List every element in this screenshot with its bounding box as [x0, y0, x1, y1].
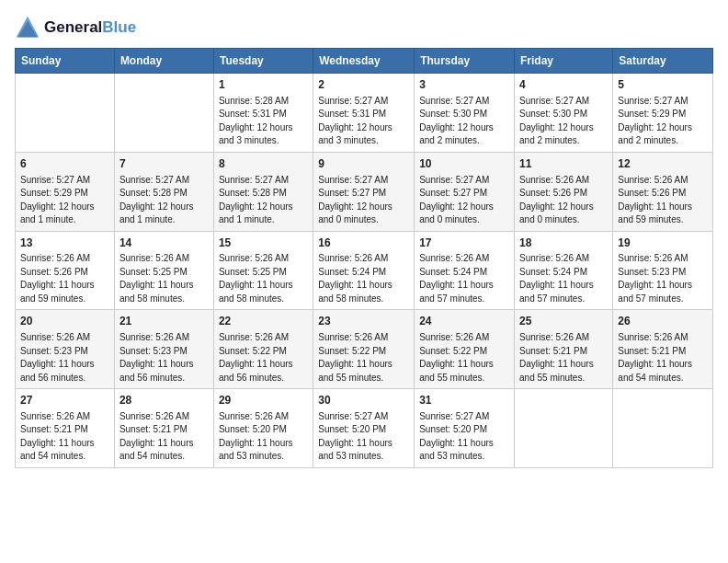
day-cell: 3Sunrise: 5:27 AM Sunset: 5:30 PM Daylig…: [415, 74, 515, 153]
header-wednesday: Wednesday: [313, 49, 415, 74]
day-number: 16: [318, 236, 409, 251]
header-saturday: Saturday: [613, 49, 713, 74]
day-info: Sunrise: 5:26 AM Sunset: 5:20 PM Dayligh…: [219, 410, 308, 464]
day-number: 9: [318, 156, 409, 172]
week-row-5: 27Sunrise: 5:26 AM Sunset: 5:21 PM Dayli…: [16, 389, 713, 468]
day-cell: 2Sunrise: 5:27 AM Sunset: 5:31 PM Daylig…: [313, 74, 415, 153]
day-info: Sunrise: 5:27 AM Sunset: 5:20 PM Dayligh…: [419, 410, 509, 464]
day-cell: 31Sunrise: 5:27 AM Sunset: 5:20 PM Dayli…: [415, 389, 515, 468]
day-cell: 23Sunrise: 5:26 AM Sunset: 5:22 PM Dayli…: [313, 310, 415, 389]
week-row-2: 6Sunrise: 5:27 AM Sunset: 5:29 PM Daylig…: [16, 152, 713, 231]
day-info: Sunrise: 5:27 AM Sunset: 5:30 PM Dayligh…: [519, 95, 608, 148]
day-number: 12: [618, 156, 708, 172]
logo: GeneralBlue: [15, 15, 136, 40]
day-cell: 27Sunrise: 5:26 AM Sunset: 5:21 PM Dayli…: [16, 389, 115, 468]
day-number: 1: [219, 77, 308, 93]
day-cell: 28Sunrise: 5:26 AM Sunset: 5:21 PM Dayli…: [114, 389, 213, 468]
header-friday: Friday: [515, 49, 613, 74]
day-info: Sunrise: 5:26 AM Sunset: 5:24 PM Dayligh…: [318, 252, 409, 305]
day-number: 5: [618, 77, 708, 93]
day-info: Sunrise: 5:26 AM Sunset: 5:25 PM Dayligh…: [219, 252, 308, 305]
day-info: Sunrise: 5:26 AM Sunset: 5:21 PM Dayligh…: [618, 331, 708, 385]
calendar-header: SundayMondayTuesdayWednesdayThursdayFrid…: [16, 49, 713, 74]
day-cell: 15Sunrise: 5:26 AM Sunset: 5:25 PM Dayli…: [213, 231, 313, 310]
day-info: Sunrise: 5:26 AM Sunset: 5:21 PM Dayligh…: [519, 331, 608, 385]
day-info: Sunrise: 5:26 AM Sunset: 5:24 PM Dayligh…: [519, 252, 608, 305]
day-info: Sunrise: 5:26 AM Sunset: 5:21 PM Dayligh…: [20, 410, 109, 464]
day-info: Sunrise: 5:26 AM Sunset: 5:23 PM Dayligh…: [119, 331, 209, 385]
day-cell: [114, 74, 213, 153]
header-row: SundayMondayTuesdayWednesdayThursdayFrid…: [16, 49, 713, 74]
day-cell: 19Sunrise: 5:26 AM Sunset: 5:23 PM Dayli…: [613, 231, 713, 310]
day-cell: 20Sunrise: 5:26 AM Sunset: 5:23 PM Dayli…: [16, 310, 115, 389]
day-info: Sunrise: 5:27 AM Sunset: 5:28 PM Dayligh…: [219, 174, 308, 227]
day-cell: 13Sunrise: 5:26 AM Sunset: 5:26 PM Dayli…: [16, 231, 115, 310]
day-cell: 6Sunrise: 5:27 AM Sunset: 5:29 PM Daylig…: [16, 152, 115, 231]
day-info: Sunrise: 5:27 AM Sunset: 5:27 PM Dayligh…: [419, 174, 509, 227]
day-info: Sunrise: 5:26 AM Sunset: 5:24 PM Dayligh…: [419, 252, 509, 305]
day-number: 4: [519, 77, 608, 93]
day-info: Sunrise: 5:27 AM Sunset: 5:27 PM Dayligh…: [318, 174, 409, 227]
day-number: 21: [119, 314, 209, 329]
day-cell: 10Sunrise: 5:27 AM Sunset: 5:27 PM Dayli…: [415, 152, 515, 231]
day-cell: 1Sunrise: 5:28 AM Sunset: 5:31 PM Daylig…: [213, 74, 313, 153]
day-info: Sunrise: 5:28 AM Sunset: 5:31 PM Dayligh…: [219, 95, 308, 148]
header-monday: Monday: [114, 49, 213, 74]
day-cell: 14Sunrise: 5:26 AM Sunset: 5:25 PM Dayli…: [114, 231, 213, 310]
day-number: 28: [119, 393, 209, 408]
day-info: Sunrise: 5:27 AM Sunset: 5:20 PM Dayligh…: [318, 410, 409, 464]
day-cell: 16Sunrise: 5:26 AM Sunset: 5:24 PM Dayli…: [313, 231, 415, 310]
day-cell: 22Sunrise: 5:26 AM Sunset: 5:22 PM Dayli…: [213, 310, 313, 389]
day-number: 17: [419, 236, 509, 251]
calendar-body: 1Sunrise: 5:28 AM Sunset: 5:31 PM Daylig…: [16, 74, 713, 468]
day-info: Sunrise: 5:27 AM Sunset: 5:29 PM Dayligh…: [618, 95, 708, 148]
day-cell: 4Sunrise: 5:27 AM Sunset: 5:30 PM Daylig…: [515, 74, 613, 153]
week-row-3: 13Sunrise: 5:26 AM Sunset: 5:26 PM Dayli…: [16, 231, 713, 310]
day-info: Sunrise: 5:26 AM Sunset: 5:22 PM Dayligh…: [419, 331, 509, 385]
day-cell: 17Sunrise: 5:26 AM Sunset: 5:24 PM Dayli…: [415, 231, 515, 310]
day-number: 19: [618, 236, 708, 251]
logo-icon: [15, 15, 40, 40]
day-number: 27: [20, 393, 109, 408]
day-number: 7: [119, 156, 209, 172]
day-cell: 5Sunrise: 5:27 AM Sunset: 5:29 PM Daylig…: [613, 74, 713, 153]
day-info: Sunrise: 5:26 AM Sunset: 5:23 PM Dayligh…: [618, 252, 708, 305]
day-info: Sunrise: 5:27 AM Sunset: 5:28 PM Dayligh…: [119, 174, 209, 227]
day-number: 26: [618, 314, 708, 329]
day-number: 10: [419, 156, 509, 172]
day-number: 15: [219, 236, 308, 251]
day-cell: 9Sunrise: 5:27 AM Sunset: 5:27 PM Daylig…: [313, 152, 415, 231]
day-number: 23: [318, 314, 409, 329]
day-cell: 7Sunrise: 5:27 AM Sunset: 5:28 PM Daylig…: [114, 152, 213, 231]
header-tuesday: Tuesday: [213, 49, 313, 74]
day-cell: 21Sunrise: 5:26 AM Sunset: 5:23 PM Dayli…: [114, 310, 213, 389]
day-info: Sunrise: 5:26 AM Sunset: 5:21 PM Dayligh…: [119, 410, 209, 464]
day-number: 30: [318, 393, 409, 408]
day-info: Sunrise: 5:27 AM Sunset: 5:29 PM Dayligh…: [20, 174, 109, 227]
day-info: Sunrise: 5:26 AM Sunset: 5:26 PM Dayligh…: [20, 252, 109, 305]
day-cell: 24Sunrise: 5:26 AM Sunset: 5:22 PM Dayli…: [415, 310, 515, 389]
day-info: Sunrise: 5:26 AM Sunset: 5:22 PM Dayligh…: [318, 331, 409, 385]
day-info: Sunrise: 5:26 AM Sunset: 5:25 PM Dayligh…: [119, 252, 209, 305]
day-info: Sunrise: 5:27 AM Sunset: 5:30 PM Dayligh…: [419, 95, 509, 148]
day-info: Sunrise: 5:26 AM Sunset: 5:26 PM Dayligh…: [618, 174, 708, 227]
day-number: 29: [219, 393, 308, 408]
day-number: 24: [419, 314, 509, 329]
day-info: Sunrise: 5:26 AM Sunset: 5:26 PM Dayligh…: [519, 174, 608, 227]
calendar-table: SundayMondayTuesdayWednesdayThursdayFrid…: [15, 48, 713, 468]
day-number: 25: [519, 314, 608, 329]
day-cell: 30Sunrise: 5:27 AM Sunset: 5:20 PM Dayli…: [313, 389, 415, 468]
day-cell: 8Sunrise: 5:27 AM Sunset: 5:28 PM Daylig…: [213, 152, 313, 231]
day-number: 2: [318, 77, 409, 93]
day-cell: [16, 74, 115, 153]
day-number: 20: [20, 314, 109, 329]
page-header: GeneralBlue: [15, 15, 713, 40]
day-number: 22: [219, 314, 308, 329]
day-cell: 12Sunrise: 5:26 AM Sunset: 5:26 PM Dayli…: [613, 152, 713, 231]
day-number: 11: [519, 156, 608, 172]
day-number: 3: [419, 77, 509, 93]
day-number: 14: [119, 236, 209, 251]
day-cell: 29Sunrise: 5:26 AM Sunset: 5:20 PM Dayli…: [213, 389, 313, 468]
day-info: Sunrise: 5:26 AM Sunset: 5:23 PM Dayligh…: [20, 331, 109, 385]
day-cell: 18Sunrise: 5:26 AM Sunset: 5:24 PM Dayli…: [515, 231, 613, 310]
